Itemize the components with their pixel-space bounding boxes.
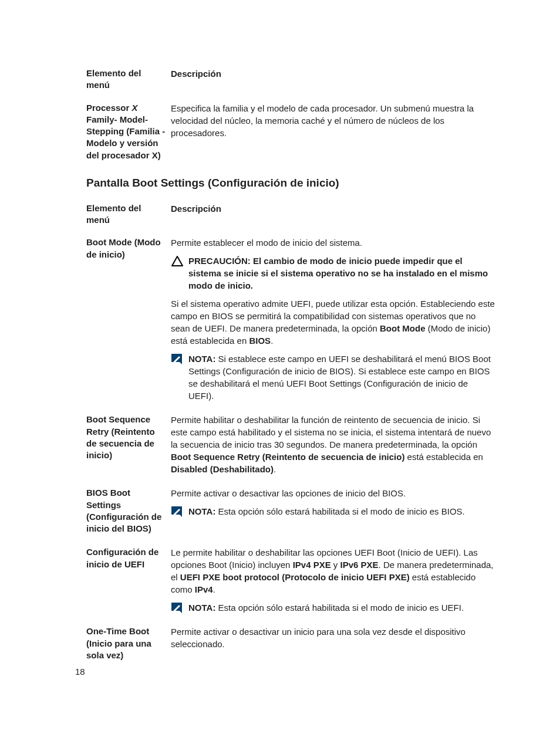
note-callout-bios-boot: NOTA: Esta opción sólo estará habilitada… [171,505,495,518]
boot-mode-para2: Si el sistema operativo admite UEFI, pue… [171,297,495,347]
note-callout-boot-mode: NOTA: Si establece este campo en UEFI se… [171,353,495,402]
bios-boot-para: Permite activar o desactivar las opcione… [171,487,495,499]
boot-mode-desc: Permite establecer el modo de inicio del… [171,236,495,402]
row-one-time-boot: One-Time Boot (Inicio para una sola vez)… [86,625,495,661]
uefi-boot-para: Le permite habilitar o deshabilitar las … [171,546,495,596]
caution-callout: PRECAUCIÓN: El cambio de modo de inicio … [171,255,495,292]
uefi-boot-label: Configuración de inicio de UEFI [86,546,171,570]
note-pencil-icon [171,353,188,365]
boot-seq-retry-desc: Permite habilitar o deshabilitar la func… [171,414,495,475]
bios-boot-label: BIOS Boot Settings (Configuración de ini… [86,487,171,535]
boot-seq-retry-label: Boot Sequence Retry (Reintento de secuen… [86,414,171,461]
bios-boot-desc: Permite activar o desactivar las opcione… [171,487,495,518]
note-text-uefi-boot: NOTA: Esta opción sólo estará habilitada… [188,601,495,614]
note-pencil-icon [171,601,188,614]
note-text-bios-boot: NOTA: Esta opción sólo estará habilitada… [188,505,495,518]
one-time-boot-label: One-Time Boot (Inicio para una sola vez) [86,625,171,661]
table1-header-col2: Descripción [171,67,495,80]
table2-header: Elemento del menú Descripción [86,202,495,226]
warning-triangle-icon [171,255,188,267]
row-bios-boot: BIOS Boot Settings (Configuración de ini… [86,487,495,535]
row-boot-seq-retry: Boot Sequence Retry (Reintento de secuen… [86,414,495,475]
processor-desc: Especifica la familia y el modelo de cad… [171,102,495,139]
table2-header-col2: Descripción [171,202,495,215]
caution-text: PRECAUCIÓN: El cambio de modo de inicio … [188,255,495,292]
table1-header: Elemento del menú Descripción [86,67,495,92]
row-boot-mode: Boot Mode (Modo de inicio) Permite estab… [86,236,495,402]
processor-label: Processor X Family- Model-Stepping (Fami… [86,102,171,161]
table1-row-processor: Processor X Family- Model-Stepping (Fami… [86,102,495,161]
note-text-boot-mode: NOTA: Si establece este campo en UEFI se… [188,353,495,402]
note-callout-uefi-boot: NOTA: Esta opción sólo estará habilitada… [171,601,495,614]
boot-mode-label: Boot Mode (Modo de inicio) [86,236,171,261]
note-pencil-icon [171,505,188,518]
row-uefi-boot: Configuración de inicio de UEFI Le permi… [86,546,495,614]
one-time-boot-desc: Permite activar o desactivar un inicio p… [171,625,495,650]
page: Elemento del menú Descripción Processor … [0,0,560,744]
table1-header-col1: Elemento del menú [86,67,171,92]
section-heading-boot-settings: Pantalla Boot Settings (Configuración de… [86,177,495,190]
uefi-boot-desc: Le permite habilitar o deshabilitar las … [171,546,495,614]
page-number: 18 [75,667,85,677]
table2-header-col1: Elemento del menú [86,202,171,226]
boot-mode-para1: Permite establecer el modo de inicio del… [171,236,495,249]
